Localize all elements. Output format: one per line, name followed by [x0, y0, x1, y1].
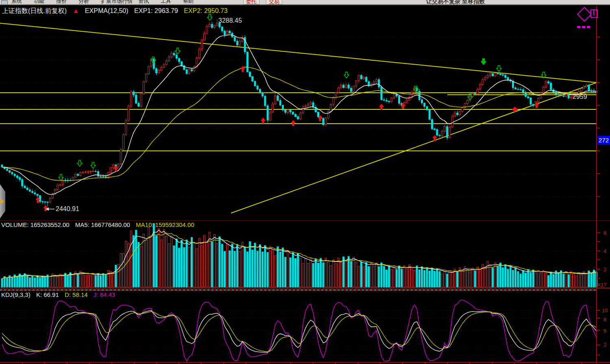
- menu-item-6[interactable]: 工具: [161, 0, 171, 5]
- menu-item-2[interactable]: 报价: [56, 0, 67, 5]
- volume-axis-label: 2: [603, 266, 606, 272]
- menu-item-3[interactable]: 分析: [78, 0, 89, 5]
- trading-app-window: 让交易不复杂 至尊指数 系统功能报价分析扩展市场行情资讯工具帮助委托交易 642…: [0, 0, 610, 364]
- sell-arrow-icon: [91, 162, 96, 168]
- kdj-axis-label: 10: [602, 307, 608, 314]
- buy-arrow-icon: [379, 104, 384, 110]
- restore-window-icon[interactable]: [590, 9, 598, 18]
- menu-item-5[interactable]: 资讯: [138, 0, 149, 5]
- menu-bar[interactable]: 让交易不复杂 至尊指数 系统功能报价分析扩展市场行情资讯工具帮助委托交易: [0, 0, 610, 5]
- volume-value[interactable]: VOLUME: 165263552.00: [1, 221, 70, 228]
- menu-banner-text: 让交易不复杂 至尊指数: [426, 0, 485, 5]
- volume-unit-label: X17: [597, 282, 606, 288]
- kdj-indicator-name[interactable]: KDJ(9,3,3): [1, 291, 30, 298]
- sell-arrow-icon: [497, 65, 501, 72]
- menu-trade-item-1[interactable]: 交易: [266, 0, 282, 4]
- buy-arrow-icon: [261, 118, 266, 124]
- menu-item-0[interactable]: 系统: [11, 0, 22, 5]
- sell-arrow-icon: [77, 160, 82, 166]
- kdj-j-line: [2, 300, 597, 361]
- signal-arrow-icon: ▲: [73, 7, 79, 14]
- expand-arrow-icon: [1, 199, 4, 204]
- sell-arrow-icon: [344, 72, 349, 78]
- menu-trade-item-0[interactable]: 委托: [243, 0, 259, 4]
- buy-arrow-icon: [43, 205, 48, 211]
- sell-arrow-icon: [175, 48, 180, 54]
- signal-arrows: [35, 14, 546, 211]
- kdj-k-value: K: 66.91: [36, 291, 59, 298]
- exp2-value: EXP2: 2950.73: [184, 7, 228, 14]
- main-gridlines: [0, 37, 597, 355]
- buy-arrow-icon: [432, 135, 437, 141]
- volume-axis-label: 6: [603, 230, 606, 236]
- trough-price-label: 2440.91: [56, 205, 79, 213]
- main-chart-header: 上证指数(日线.前复权) ▲ EXPMA(12,50) EXP1: 2963.7…: [2, 7, 228, 15]
- minimize-dashes-icon[interactable]: [577, 22, 592, 30]
- sell-arrow-icon: [481, 59, 486, 65]
- menu-item-1[interactable]: 功能: [34, 0, 44, 5]
- app-icon[interactable]: [1, 0, 8, 5]
- peak-price-label: 3288.45: [218, 17, 242, 24]
- last-price-label: 2959: [573, 93, 587, 100]
- indicator-name[interactable]: EXPMA(12,50): [85, 7, 129, 14]
- kdj-header: KDJ(9,3,3) K: 66.91 D: 58.14 J: 84.43: [1, 291, 115, 298]
- chart-canvas[interactable]: 642X1710852: [0, 0, 610, 364]
- kdj-axis-label: 2: [603, 342, 606, 348]
- menu-item-7[interactable]: 帮助: [183, 0, 194, 5]
- kdj-axis-label: 5: [603, 328, 606, 334]
- symbol-title: 上证指数(日线.前复权): [2, 7, 67, 14]
- volume-header: VOLUME: 165263552.00 MA5: 166776480.00 M…: [1, 221, 194, 228]
- axis-price-tag: 272: [597, 136, 610, 145]
- kdj-axis-label: 8: [603, 316, 606, 323]
- kdj-d-value: D: 58.14: [65, 291, 88, 298]
- exp1-value: EXP1: 2963.79: [134, 7, 178, 14]
- volume-axis-label: 4: [603, 248, 606, 254]
- volume-ma10-value: MA10: 159592304.00: [136, 221, 194, 228]
- buy-arrow-icon: [240, 66, 245, 72]
- kdj-j-value: J: 84.43: [94, 291, 115, 298]
- buy-arrow-icon: [291, 120, 296, 126]
- menu-item-4[interactable]: 扩展市场行情: [101, 0, 133, 5]
- volume-ma5-value: MA5: 166776480.00: [75, 221, 130, 228]
